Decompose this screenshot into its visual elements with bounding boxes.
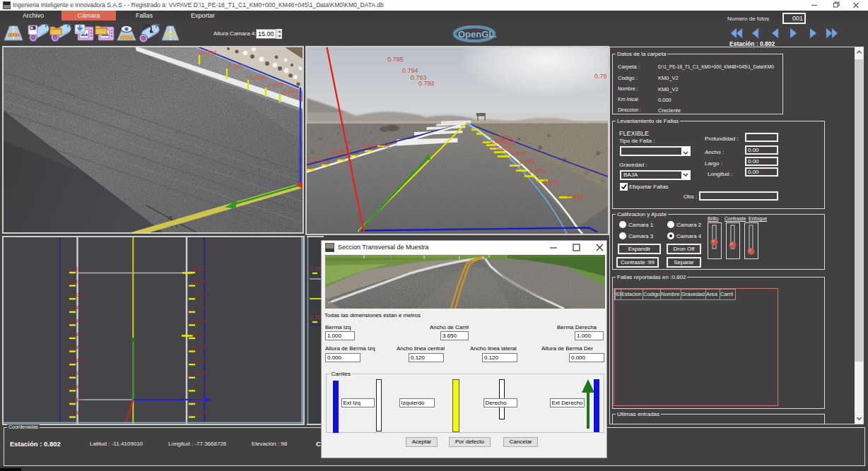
svg-text:0.807: 0.807 [69, 331, 84, 338]
svg-text:0.805: 0.805 [69, 357, 84, 364]
svg-text:0.8: 0.8 [307, 163, 312, 170]
svg-text:0.803: 0.803 [568, 193, 584, 201]
svg-text:0.803: 0.803 [192, 383, 206, 390]
svg-text:0.810: 0.810 [192, 292, 206, 298]
svg-text:0.804: 0.804 [69, 370, 84, 376]
svg-text:0.801: 0.801 [69, 410, 84, 416]
svg-text:0.809: 0.809 [192, 304, 206, 311]
svg-text:0.806: 0.806 [192, 344, 206, 350]
svg-text:0.812: 0.812 [69, 266, 84, 272]
svg-text:0.802: 0.802 [69, 397, 84, 403]
svg-text:0.795: 0.795 [387, 56, 404, 63]
svg-text:0.808: 0.808 [192, 318, 206, 324]
svg-text:0.79: 0.79 [310, 266, 321, 272]
svg-text:0.806: 0.806 [69, 344, 84, 350]
svg-text:0.809: 0.809 [69, 304, 84, 311]
svg-text:0.801: 0.801 [192, 410, 206, 416]
svg-text:0.804: 0.804 [192, 370, 206, 376]
svg-text:0.79: 0.79 [310, 314, 321, 321]
svg-text:0.810.812: 0.810.812 [362, 142, 390, 149]
svg-text:0.812: 0.812 [496, 145, 512, 152]
svg-text:0.805: 0.805 [192, 357, 206, 364]
svg-text:0.8: 0.8 [295, 93, 303, 101]
svg-text:OpenGL.: OpenGL. [458, 29, 497, 40]
svg-text:0.805: 0.805 [529, 167, 546, 174]
svg-text:0.810: 0.810 [69, 292, 84, 298]
svg-text:0.811: 0.811 [69, 278, 83, 285]
svg-text:0.792: 0.792 [418, 80, 435, 87]
svg-text:0.804: 0.804 [544, 179, 560, 186]
svg-text:0.794: 0.794 [402, 67, 418, 74]
svg-text:0.802: 0.802 [192, 397, 206, 403]
svg-text:0.812: 0.812 [192, 266, 206, 272]
svg-text:0.811: 0.811 [192, 278, 206, 285]
svg-text:0.806: 0.806 [307, 156, 323, 163]
svg-text:0.807: 0.807 [192, 331, 206, 338]
svg-text:0.808: 0.808 [69, 318, 84, 324]
svg-text:0.79: 0.79 [594, 73, 607, 80]
svg-text:0.807: 0.807 [228, 62, 245, 70]
svg-text:0.807: 0.807 [511, 150, 527, 157]
svg-text:0.806: 0.806 [250, 73, 266, 81]
svg-text:0.803: 0.803 [69, 383, 84, 390]
svg-text:0.808: 0.808 [200, 49, 217, 56]
svg-text:0.806: 0.806 [520, 158, 536, 165]
